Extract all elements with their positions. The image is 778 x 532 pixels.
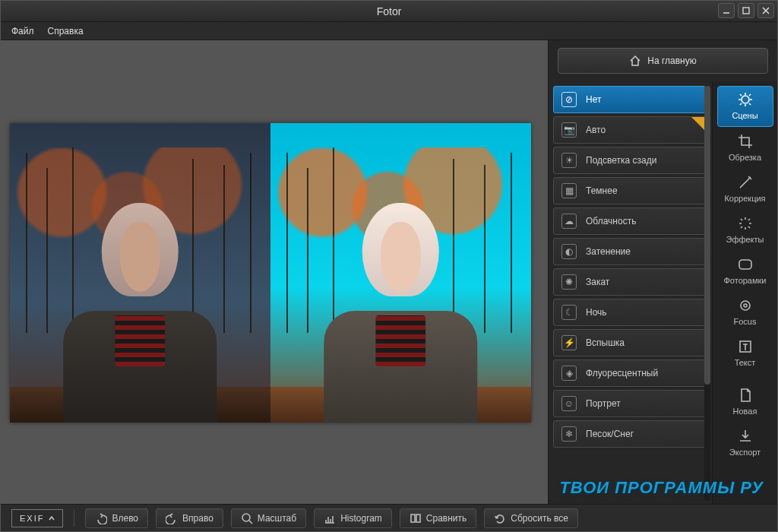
rotate-right-button[interactable]: Вправо [156,508,223,528]
svg-rect-13 [739,260,751,269]
focus-icon [737,297,754,314]
scene-icon: ☺ [561,396,577,411]
menu-bar: Файл Справка [1,22,777,40]
tool-label: Новая [733,407,757,416]
menu-file[interactable]: Файл [11,26,34,36]
svg-line-11 [749,94,751,96]
button-label: Влево [112,513,138,524]
scene-icon: ☁ [561,214,577,229]
svg-point-14 [741,301,750,310]
bottom-buttons: ВлевоВправоМасштабHistogramСравнитьСброс… [85,508,577,528]
scene-item-6[interactable]: ✺Закат [553,268,706,296]
tool-label: Сцены [732,111,757,120]
rotate-left-button[interactable]: Влево [85,508,148,528]
scene-item-4[interactable]: ☁Облачность [553,207,706,235]
scene-label: Флуоресцентный [586,368,658,378]
separator [74,510,74,527]
watermark: ТВОИ ПРОГРАММЫ РУ [559,478,764,498]
close-button[interactable] [757,3,774,18]
scrollbar-thumb[interactable] [704,86,710,385]
scene-item-2[interactable]: ☀Подсветка сзади [553,147,706,174]
text-icon [737,338,754,355]
scene-list: ⊘Нет📷Авто☀Подсветка сзади▦Темнее☁Облачно… [549,81,712,505]
tool-new[interactable]: Новая [717,382,773,422]
tool-label: Текст [735,358,756,367]
scene-icon: ✺ [561,274,577,290]
scene-label: Вспышка [586,337,625,348]
exif-button[interactable]: EXIF [11,509,63,527]
scene-item-10[interactable]: ☺Портрет [553,390,706,417]
frames-icon [737,256,754,273]
star-badge-icon [691,117,705,131]
scene-item-11[interactable]: ❄Песок/Снег [553,420,706,448]
scene-item-3[interactable]: ▦Темнее [553,177,706,204]
scene-item-1[interactable]: 📷Авто [553,116,706,144]
scene-label: Закат [586,277,609,287]
scene-label: Подсветка сзади [586,155,656,166]
scene-label: Облачность [586,216,636,226]
menu-help[interactable]: Справка [48,26,84,36]
tool-label: Обрезка [729,153,761,162]
app-title: Fotor [377,5,402,17]
title-bar: Fotor [1,1,777,22]
home-button[interactable]: На главную [558,48,768,74]
svg-rect-20 [416,515,420,522]
tool-label: Focus [734,317,757,326]
scene-item-5[interactable]: ◐Затенение [553,238,706,265]
scene-label: Портрет [586,398,621,409]
reset-button[interactable]: Сбросить все [484,508,578,528]
tool-adjust[interactable]: Коррекция [717,169,773,209]
tool-label: Экспорт [729,448,761,457]
tool-effects[interactable]: Эффекты [717,211,773,250]
right-panel: На главную ⊘Нет📷Авто☀Подсветка сзади▦Тем… [548,40,777,505]
tool-label: Фоторамки [723,276,766,285]
histogram-icon [324,512,336,524]
scene-item-8[interactable]: ⚡Вспышка [553,329,706,356]
scene-item-7[interactable]: ☾Ночь [553,299,706,326]
scene-icon: ⊘ [561,92,577,107]
tool-label: Коррекция [724,194,765,203]
button-label: Сбросить все [511,513,568,524]
scene-icon: ❄ [561,426,577,442]
compare-icon [410,512,422,524]
maximize-button[interactable] [738,3,754,18]
svg-line-12 [740,103,742,105]
photo-compare[interactable] [10,123,531,423]
scenes-icon [737,91,754,108]
tool-scenes[interactable]: Сцены [717,86,773,127]
tool-crop[interactable]: Обрезка [717,128,773,168]
minimize-button[interactable] [718,3,735,18]
histogram-button[interactable]: Histogram [314,508,392,528]
compare-button[interactable]: Сравнить [400,508,476,528]
scene-icon: ☀ [561,153,577,168]
scene-label: Нет [586,94,601,105]
svg-line-10 [749,103,751,105]
button-label: Histogram [340,513,382,524]
home-button-label: На главную [647,55,696,66]
photo-original [10,123,270,423]
rotate-left-icon [95,512,107,524]
svg-point-4 [742,96,749,103]
scene-icon: ☾ [561,305,577,320]
button-label: Вправо [182,513,213,524]
scene-label: Затенение [586,246,631,257]
effects-icon [737,215,754,232]
tool-frames[interactable]: Фоторамки [717,252,773,291]
reset-icon [494,512,506,524]
adjust-icon [737,174,754,191]
scene-item-9[interactable]: ◈Флуоресцентный [553,359,706,387]
scene-icon: ⚡ [561,335,577,350]
scrollbar[interactable] [704,86,710,501]
svg-rect-19 [411,515,415,522]
tool-export[interactable]: Экспорт [717,423,773,463]
tool-focus[interactable]: Focus [717,293,773,332]
scene-item-0[interactable]: ⊘Нет [553,86,706,113]
crop-icon [737,133,754,150]
button-label: Сравнить [426,513,466,524]
canvas-area [1,40,548,505]
scene-icon: ▦ [561,183,577,198]
tool-label: Эффекты [726,235,764,244]
tool-text[interactable]: Текст [717,334,773,373]
tool-strip: СценыОбрезкаКоррекцияЭффектыФоторамкиFoc… [712,81,777,505]
zoom-button[interactable]: Масштаб [231,508,306,528]
